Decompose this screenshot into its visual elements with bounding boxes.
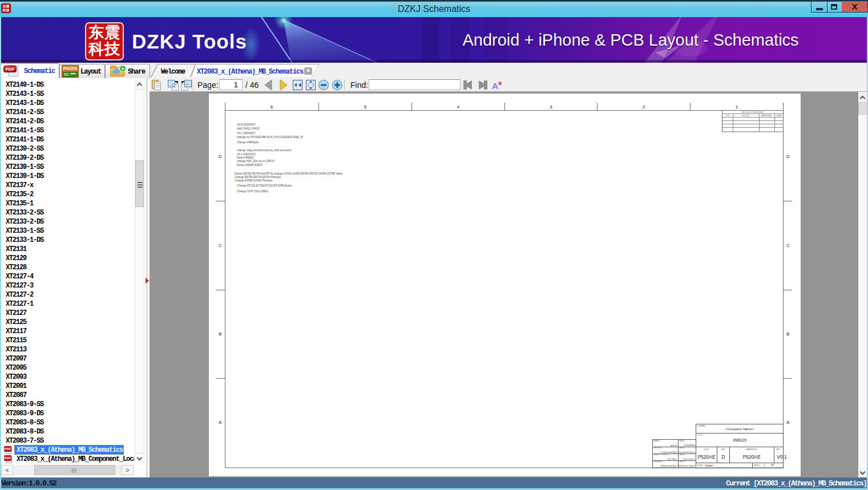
svg-text:change NFC_EN net to GPIO2: change NFC_EN net to GPIO2 [237, 160, 274, 163]
svg-text:Change E7581,E7600 Parttype: Change E7581,E7600 Parttype [235, 179, 273, 182]
svg-text:D: D [786, 154, 790, 159]
svg-text:change for P376AE-MB-SCH_V0.5-: change for P376AE-MB-SCH_V0.5-20200515-E… [237, 136, 303, 139]
svg-text:2: 2 [643, 104, 645, 110]
svg-text:B: B [786, 331, 789, 337]
svg-text:DATE: DATE [777, 115, 781, 117]
svg-text:3: 3 [550, 104, 552, 110]
svg-text:6: 6 [271, 104, 273, 110]
svg-text:DATED:: DATED: [679, 447, 685, 449]
svg-text:<QC Date>: <QC Date> [683, 457, 695, 460]
svg-text:B: B [219, 331, 221, 337]
svg-text:change Jtag test point and ps_: change Jtag test point and ps_hold test … [237, 149, 292, 152]
svg-text:SHEET:: SHEET: [754, 464, 760, 467]
svg-text:V0.1: V0.1 [777, 454, 787, 460]
svg-text:4: 4 [457, 104, 460, 110]
svg-text:change J4081part: change J4081part [237, 141, 259, 144]
svg-text:<Checked Date>: <Checked Date> [677, 451, 696, 453]
svg-text:Delete E6782,R6764,Add76701,ch: Delete E6782,R6764,Add76701,change L6703… [235, 172, 343, 175]
svg-text:C: C [786, 243, 790, 248]
svg-text:A: A [219, 420, 222, 425]
svg-text:CODE:: CODE: [704, 448, 709, 451]
svg-text:ECO NO.: ECO NO. [742, 115, 750, 117]
svg-text:P520AE: P520AE [697, 454, 716, 460]
svg-text:pxk.yl: pxk.yl [671, 444, 677, 447]
svg-text:<QC By>: <QC By> [667, 457, 677, 460]
svg-text:<Checked By>: <Checked By> [661, 451, 677, 453]
svg-text:SCALE:: SCALE: [697, 464, 704, 467]
svg-text:1: 1 [764, 464, 765, 467]
svg-text:5: 5 [364, 104, 367, 110]
svg-text:A: A [492, 81, 498, 91]
svg-text:DATED:: DATED: [679, 453, 685, 456]
svg-text:TITLE:: TITLE: [697, 434, 703, 436]
svg-text:RELEASED:: RELEASED: [653, 460, 663, 463]
svg-text:CHECKED:: CHECKED: [653, 447, 662, 449]
svg-text:DRAWN:: DRAWN: [653, 440, 660, 442]
svg-text:DRAWING NO:: DRAWING NO: [746, 448, 758, 451]
svg-text:20200916: 20200916 [684, 444, 696, 447]
svg-text:QUALITY CONTROL:: QUALITY CONTROL: [653, 453, 669, 456]
svg-text:Change ET101,ET100,ET102,ET113: Change ET101,ET100,ET102,ET113Parttype [237, 184, 292, 187]
svg-text:A: A [786, 420, 790, 425]
svg-text:RECORD OF REVISIONS: RECORD OF REVISIONS [742, 111, 763, 114]
svg-text:D: D [721, 454, 725, 460]
svg-text:Delete R2906,R2907: Delete R2906,R2907 [237, 164, 263, 167]
svg-text:P520AE: P520AE [742, 454, 761, 460]
svg-text:D: D [219, 154, 222, 159]
svg-text:DATED:: DATED: [679, 440, 685, 442]
svg-text:DATED:: DATED: [679, 460, 685, 463]
svg-text:SM6115: SM6115 [733, 438, 746, 442]
svg-text:LTR: LTR [726, 115, 729, 117]
svg-text:<Company Name>: <Company Name> [725, 427, 754, 431]
svg-text:Add C6412 C6413: Add C6412 C6413 [237, 127, 260, 130]
svg-text:REV:: REV: [777, 448, 781, 451]
svg-text:<Scale>: <Scale> [704, 464, 714, 467]
svg-text:V0.5-20200417: V0.5-20200417 [237, 123, 256, 126]
svg-text:SIZE:: SIZE: [721, 448, 726, 451]
svg-text:46: 46 [771, 464, 774, 467]
svg-text:Change OVP Chip U2801: Change OVP Chip U2801 [237, 190, 268, 193]
svg-text:<Release Date>: <Release Date> [677, 464, 696, 467]
svg-text:<Released By>: <Released By> [660, 464, 677, 467]
svg-text:Change E6781,E6703,E6704 Partt: Change E6781,E6703,E6704 Parttype [235, 176, 281, 179]
svg-text:1: 1 [736, 104, 738, 110]
svg-text:V0.1-20200917: V0.1-20200917 [237, 132, 256, 135]
svg-text:Delete R6500: Delete R6500 [237, 156, 254, 159]
svg-text:APPROVED: APPROVED [762, 115, 772, 117]
svg-text:a: a [498, 79, 502, 86]
svg-text:V0.1-20201012: V0.1-20201012 [237, 153, 256, 156]
svg-text:C: C [219, 243, 222, 248]
svg-text:COMPANY:: COMPANY: [697, 425, 706, 427]
